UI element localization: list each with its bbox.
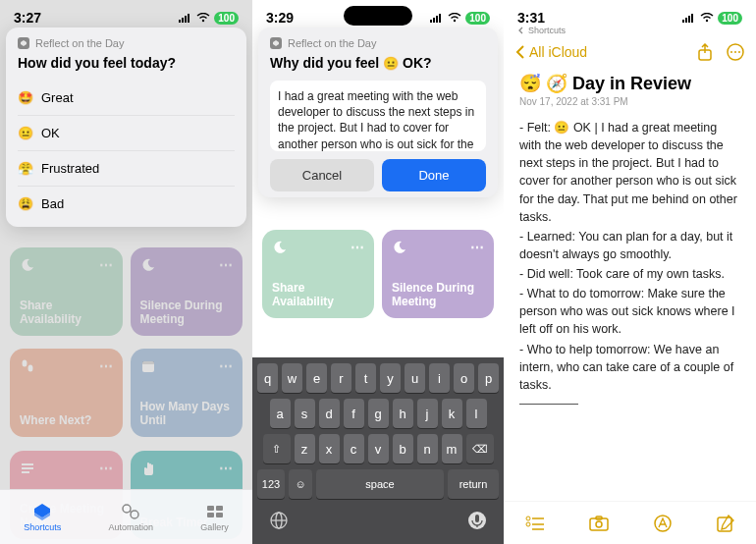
key-d[interactable]: d <box>319 399 340 428</box>
option-emoji: 😐 <box>18 126 33 140</box>
key-t[interactable]: t <box>355 363 376 393</box>
key-s[interactable]: s <box>295 399 315 428</box>
key-shift[interactable]: ⇧ <box>263 434 291 463</box>
wifi-icon <box>448 13 461 23</box>
keyboard: qwertyuiop asdfghjkl ⇧zxcvbnm⌫ 123 ☺ spa… <box>252 357 504 544</box>
tile-more-icon[interactable]: ⋯ <box>351 240 364 255</box>
status-time: 3:27 <box>14 10 41 26</box>
back-button[interactable]: All iCloud <box>515 44 587 60</box>
tab-label: Automation <box>108 522 153 532</box>
key-c[interactable]: c <box>344 434 364 463</box>
tab-label: Shortcuts <box>24 522 61 532</box>
tab-gallery[interactable]: Gallery <box>200 503 229 532</box>
key-w[interactable]: w <box>282 363 302 393</box>
feeling-option[interactable]: 😩Bad <box>18 186 235 221</box>
key-q[interactable]: q <box>257 363 278 393</box>
tab-label: Gallery <box>200 522 229 532</box>
feeling-option[interactable]: 😐OK <box>18 115 235 150</box>
key-z[interactable]: z <box>295 434 315 463</box>
svg-rect-8 <box>182 18 184 23</box>
key-emoji[interactable]: ☺ <box>289 469 312 499</box>
shortcut-tile[interactable]: ⋯Silence During Meeting <box>382 230 494 318</box>
key-o[interactable]: o <box>454 363 474 393</box>
tab-icon <box>121 503 140 520</box>
key-y[interactable]: y <box>380 363 401 393</box>
shortcut-tile[interactable]: ⋯Share Availability <box>262 230 374 318</box>
globe-icon[interactable] <box>269 511 289 530</box>
option-emoji: 😤 <box>18 161 33 176</box>
battery-icon: 100 <box>465 12 490 25</box>
key-j[interactable]: j <box>417 399 438 428</box>
key-h[interactable]: h <box>393 399 413 428</box>
tile-label: Silence During Meeting <box>392 281 484 308</box>
key-f[interactable]: f <box>344 399 364 428</box>
camera-icon[interactable] <box>589 516 609 531</box>
svg-point-52 <box>596 521 602 527</box>
option-label: OK <box>41 126 60 140</box>
svg-rect-19 <box>216 513 223 517</box>
svg-point-43 <box>730 51 732 53</box>
key-space[interactable]: space <box>316 469 444 499</box>
tab-automation[interactable]: Automation <box>108 503 153 532</box>
notes-toolbar <box>504 501 756 544</box>
dynamic-island <box>344 6 412 26</box>
markup-icon[interactable] <box>653 514 673 533</box>
svg-rect-16 <box>207 506 214 511</box>
status-time: 3:31 <box>517 10 545 26</box>
key-e[interactable]: e <box>306 363 327 393</box>
key-g[interactable]: g <box>368 399 389 428</box>
mic-icon[interactable] <box>467 511 487 530</box>
svg-point-40 <box>706 20 708 22</box>
phone-screen-3: 3:31 100 Shortcuts All iCloud 😴 🧭 Day in… <box>504 0 756 544</box>
key-b[interactable]: b <box>393 434 413 463</box>
key-backspace[interactable]: ⌫ <box>466 434 494 463</box>
key-k[interactable]: k <box>442 399 462 428</box>
signal-icon <box>430 13 444 23</box>
key-p[interactable]: p <box>478 363 499 393</box>
tab-icon <box>32 503 52 520</box>
feeling-option[interactable]: 🤩Great <box>18 81 235 115</box>
shortcut-icon <box>270 37 282 49</box>
key-123[interactable]: 123 <box>257 469 285 499</box>
sheet-app-name: Reflect on the Day <box>35 37 125 49</box>
response-input[interactable]: I had a great meeting with the web devel… <box>270 81 486 151</box>
key-x[interactable]: x <box>319 434 340 463</box>
feeling-option[interactable]: 😤Frustrated <box>18 150 235 186</box>
key-i[interactable]: i <box>429 363 450 393</box>
key-return[interactable]: return <box>448 469 499 499</box>
svg-rect-17 <box>216 506 223 511</box>
svg-point-48 <box>526 522 530 526</box>
tile-more-icon[interactable]: ⋯ <box>470 240 484 255</box>
key-n[interactable]: n <box>417 434 438 463</box>
key-u[interactable]: u <box>405 363 425 393</box>
key-a[interactable]: a <box>270 399 291 428</box>
note-line: - Learned: You can plan for a day, but i… <box>519 228 740 263</box>
key-v[interactable]: v <box>368 434 389 463</box>
moon-icon <box>272 240 288 255</box>
checklist-icon[interactable] <box>525 516 545 531</box>
svg-rect-26 <box>436 16 438 23</box>
compose-icon[interactable] <box>717 515 734 532</box>
key-m[interactable]: m <box>442 434 462 463</box>
note-body[interactable]: 😴 🧭 Day in Review Nov 17, 2022 at 3:31 P… <box>504 69 756 405</box>
note-line: - What to do tomorrow: Make sure the per… <box>519 285 740 338</box>
cancel-button[interactable]: Cancel <box>270 159 374 191</box>
tab-bar: ShortcutsAutomationGallery <box>0 489 252 544</box>
svg-rect-34 <box>475 515 479 522</box>
option-label: Frustrated <box>41 161 99 176</box>
signal-icon <box>179 13 192 23</box>
note-line: - Felt: 😐 OK | I had a great meeting wit… <box>519 119 740 226</box>
done-button[interactable]: Done <box>382 159 486 191</box>
tab-shortcuts[interactable]: Shortcuts <box>24 503 61 532</box>
shortcut-icon <box>18 37 29 49</box>
more-icon[interactable] <box>727 43 744 61</box>
svg-rect-37 <box>685 18 687 23</box>
key-r[interactable]: r <box>331 363 351 393</box>
prompt-sheet: Reflect on the Day How did you feel toda… <box>6 27 246 227</box>
share-icon[interactable] <box>697 43 713 61</box>
note-date: Nov 17, 2022 at 3:31 PM <box>519 96 740 107</box>
key-l[interactable]: l <box>466 399 487 428</box>
breadcrumb[interactable]: Shortcuts <box>504 26 756 39</box>
battery-icon: 100 <box>214 12 239 25</box>
svg-rect-36 <box>682 20 684 23</box>
